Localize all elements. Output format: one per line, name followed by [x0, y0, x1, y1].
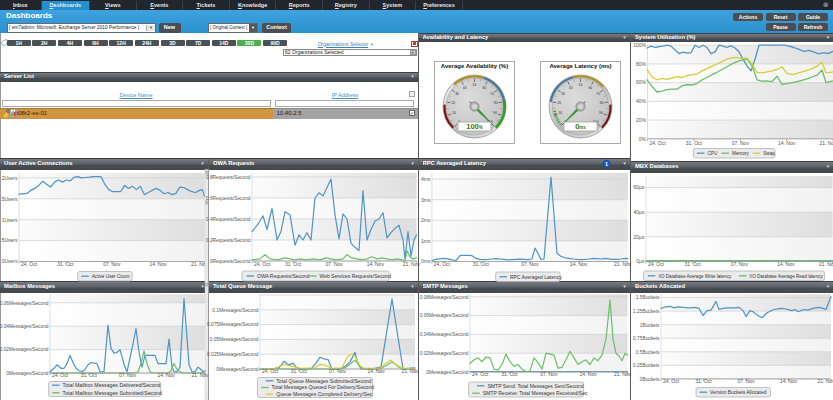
svg-text:31. Oct: 31. Oct [285, 261, 302, 267]
svg-text:0.06Messages/Second: 0.06Messages/Second [420, 313, 469, 318]
svg-text:0Buckets: 0Buckets [640, 377, 660, 382]
svg-text:0.5Users: 0.5Users [0, 237, 18, 243]
svg-text:07. Nov: 07. Nov [326, 261, 344, 267]
svg-text:60µs: 60µs [634, 184, 645, 190]
svg-text:24. Oct: 24. Oct [21, 261, 38, 267]
svg-text:Swap: Swap [763, 151, 775, 156]
svg-text:I/O Database Average Write lat: I/O Database Average Write latency [658, 274, 732, 279]
svg-text:Queue Messages Completed Deliv: Queue Messages Completed Delivery/Sec [276, 391, 372, 397]
svg-text:14. Nov: 14. Nov [780, 378, 798, 384]
svg-text:24. Oct: 24. Oct [663, 378, 680, 384]
svg-text:31. Oct: 31. Oct [57, 261, 74, 267]
svg-text:0.06Messages/Second: 0.06Messages/Second [0, 301, 49, 306]
svg-text:24. Oct: 24. Oct [52, 372, 69, 378]
svg-text:40%: 40% [636, 98, 647, 104]
svg-text:1.25Buckets: 1.25Buckets [633, 309, 660, 314]
svg-text:24. Oct: 24. Oct [254, 261, 271, 267]
svg-text:14. Nov: 14. Nov [368, 368, 386, 374]
svg-text:CPU: CPU [707, 151, 718, 156]
svg-text:100%: 100% [633, 42, 646, 48]
svg-text:31. Oct: 31. Oct [685, 261, 702, 267]
svg-text:I/O Database Average Read late: I/O Database Average Read latency [750, 274, 824, 279]
svg-text:Total Messages Queued For Deli: Total Messages Queued For Delivery/Secon… [272, 384, 375, 390]
svg-text:0.02Messages/Second: 0.02Messages/Second [420, 351, 469, 356]
svg-text:21. Nov: 21. Nov [819, 261, 833, 267]
svg-text:07. Nov: 07. Nov [103, 261, 121, 267]
svg-text:21. Nov: 21. Nov [191, 372, 209, 378]
svg-text:31. Oct: 31. Oct [81, 372, 98, 378]
svg-text:0Messages/Second: 0Messages/Second [426, 370, 468, 375]
svg-text:21. Nov: 21. Nov [819, 140, 833, 146]
svg-text:24. Oct: 24. Oct [648, 261, 665, 267]
svg-text:0%: 0% [639, 136, 647, 142]
svg-text:0.25Buckets: 0.25Buckets [633, 363, 660, 368]
svg-text:07. Nov: 07. Nov [540, 371, 558, 377]
svg-text:4ms: 4ms [421, 176, 431, 182]
svg-text:07. Nov: 07. Nov [329, 368, 347, 374]
svg-text:80%: 80% [636, 61, 647, 67]
svg-text:07. Nov: 07. Nov [521, 261, 539, 267]
svg-text:14. Nov: 14. Nov [149, 261, 167, 267]
svg-text:0.075Messages/Second: 0.075Messages/Second [207, 322, 259, 327]
svg-text:07. Nov: 07. Nov [731, 261, 749, 267]
svg-text:0.5Buckets: 0.5Buckets [636, 350, 660, 355]
svg-text:Active User Count: Active User Count [92, 274, 130, 279]
svg-text:31. Oct: 31. Oct [695, 378, 712, 384]
svg-text:14. Nov: 14. Nov [579, 371, 597, 377]
svg-text:40µs: 40µs [634, 209, 645, 215]
svg-text:14. Nov: 14. Nov [158, 372, 176, 378]
svg-text:0.08Messages/Second: 0.08Messages/Second [420, 295, 469, 300]
svg-text:0.1Messages/Second: 0.1Messages/Second [212, 308, 258, 313]
svg-text:20µs: 20µs [634, 234, 645, 240]
svg-text:60%: 60% [636, 79, 647, 85]
svg-text:3ms: 3ms [421, 197, 431, 203]
svg-text:Total Mailbox Messages Submitt: Total Mailbox Messages Submitted/Second [63, 390, 162, 396]
svg-text:0.75Buckets: 0.75Buckets [633, 336, 660, 341]
svg-text:31. Oct: 31. Oct [291, 368, 308, 374]
svg-text:21. Nov: 21. Nov [817, 378, 833, 384]
svg-text:Memory: Memory [732, 151, 750, 156]
svg-text:0Messages/Second: 0Messages/Second [6, 371, 48, 376]
svg-text:0.4Requests/Second: 0.4Requests/Second [206, 217, 251, 222]
svg-text:24. Oct: 24. Oct [472, 371, 489, 377]
svg-text:07. Nov: 07. Nov [732, 140, 750, 146]
svg-text:24. Oct: 24. Oct [434, 261, 451, 267]
svg-text:21. Nov: 21. Nov [191, 261, 209, 267]
svg-text:SMTP Receive: Total Messages R: SMTP Receive: Total Messages Received/Se… [483, 390, 588, 396]
svg-text:0.02Messages/Second: 0.02Messages/Second [0, 347, 49, 352]
svg-text:31. Oct: 31. Oct [501, 371, 518, 377]
svg-text:Total Queue Messages Submitted: Total Queue Messages Submitted/Second [276, 378, 371, 384]
svg-text:1Users: 1Users [2, 217, 18, 223]
svg-text:RPC Averaged Latency: RPC Averaged Latency [510, 274, 562, 280]
svg-text:14. Nov: 14. Nov [777, 261, 795, 267]
svg-text:14. Nov: 14. Nov [367, 261, 385, 267]
svg-text:0.8Requests/Second: 0.8Requests/Second [206, 175, 251, 180]
svg-text:07. Nov: 07. Nov [119, 372, 137, 378]
svg-text:2Users: 2Users [2, 175, 18, 181]
svg-text:1.5Users: 1.5Users [0, 196, 18, 202]
svg-text:0.04Messages/Second: 0.04Messages/Second [420, 332, 469, 337]
svg-text:0.2Requests/Second: 0.2Requests/Second [206, 238, 251, 243]
svg-text:14. Nov: 14. Nov [570, 261, 588, 267]
svg-text:1Buckets: 1Buckets [640, 323, 660, 328]
svg-text:21. Nov: 21. Nov [401, 368, 419, 374]
svg-text:0.04Messages/Second: 0.04Messages/Second [0, 324, 49, 329]
svg-text:OWA Requests/Second: OWA Requests/Second [257, 273, 310, 279]
svg-text:1.5Buckets: 1.5Buckets [636, 295, 660, 300]
svg-text:SMTP Send: Total Messages Sent: SMTP Send: Total Messages Sent/Second [487, 383, 583, 389]
svg-text:0ms: 0ms [421, 258, 431, 264]
svg-text:0.05Messages/Second: 0.05Messages/Second [210, 337, 259, 342]
svg-text:0µs: 0µs [636, 258, 645, 264]
svg-text:0.025Messages/Second: 0.025Messages/Second [207, 352, 259, 357]
svg-text:31. Oct: 31. Oct [686, 140, 703, 146]
svg-text:1ms: 1ms [421, 238, 431, 244]
svg-text:24. Oct: 24. Oct [649, 140, 666, 146]
svg-text:07. Nov: 07. Nov [737, 378, 755, 384]
svg-text:24. Oct: 24. Oct [262, 368, 279, 374]
svg-text:14. Nov: 14. Nov [778, 140, 796, 146]
svg-text:2ms: 2ms [421, 217, 431, 223]
svg-text:0Messages/Second: 0Messages/Second [216, 367, 258, 372]
svg-text:Web Services Requests/Second: Web Services Requests/Second [320, 273, 392, 279]
svg-text:Total Mailbox Messages Deliver: Total Mailbox Messages Delivered/Second [63, 382, 161, 388]
svg-text:0Users: 0Users [2, 258, 18, 264]
